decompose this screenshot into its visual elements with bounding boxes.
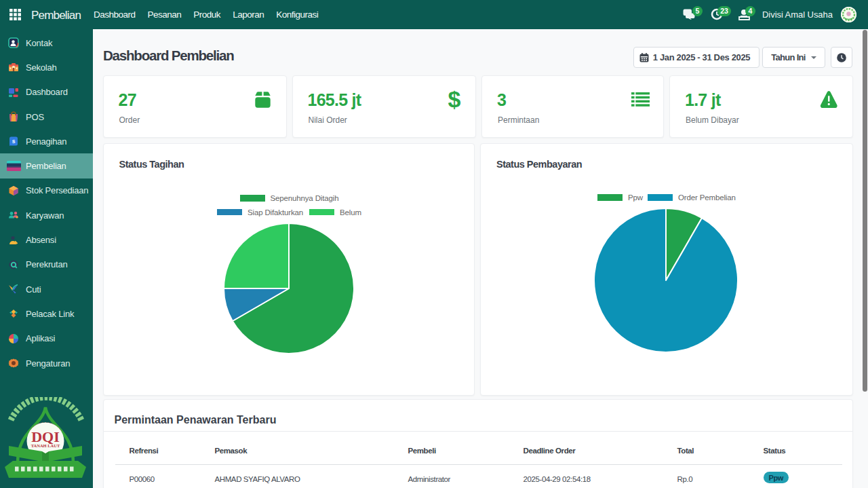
svg-text:TANAH LAUT: TANAH LAUT: [31, 443, 60, 448]
svg-text:s: s: [12, 138, 16, 145]
